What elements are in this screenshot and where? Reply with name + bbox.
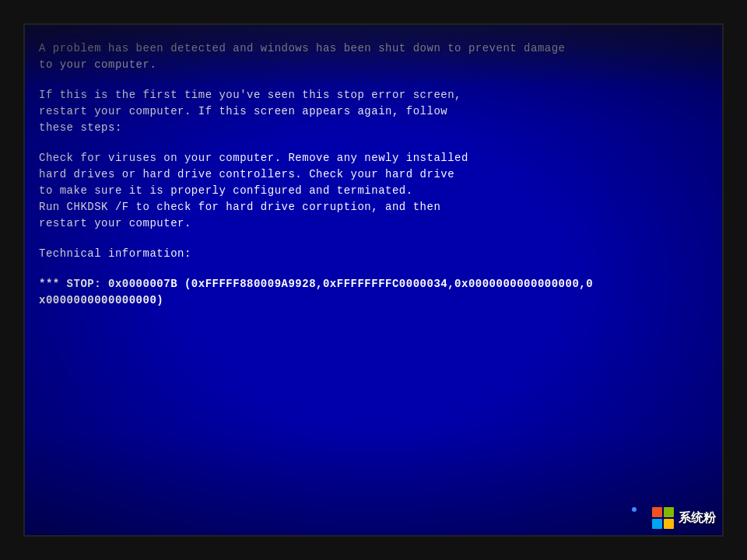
blue-dot-indicator: [632, 507, 637, 512]
bsod-screen: A problem has been detected and windows …: [25, 25, 722, 535]
logo-quadrant-1: [652, 507, 662, 517]
monitor-area: A problem has been detected and windows …: [23, 23, 724, 537]
windows-logo-icon: [652, 507, 674, 529]
watermark: 系统粉: [652, 507, 716, 529]
bsod-line-11: Technical information:: [39, 246, 708, 262]
watermark-text: 系统粉: [679, 510, 716, 527]
bsod-line-4: restart your computer. If this screen ap…: [39, 103, 708, 120]
bsod-stop-line-2: x0000000000000000): [39, 292, 708, 309]
bsod-spacer-4: [39, 262, 708, 276]
bsod-spacer-3: [39, 232, 708, 246]
outer-frame: A problem has been detected and windows …: [0, 0, 747, 560]
logo-quadrant-4: [664, 519, 674, 529]
bsod-stop-line: *** STOP: 0x0000007B (0xFFFFF880009A9928…: [39, 276, 708, 292]
top-reflection: [25, 25, 722, 87]
bsod-line-9: Run CHKDSK /F to check for hard drive co…: [39, 199, 708, 215]
bsod-line-8: to make sure it is properly configured a…: [39, 183, 708, 199]
bsod-line-7: hard drives or hard drive controllers. C…: [39, 166, 708, 183]
bsod-line-3: If this is the first time you've seen th…: [39, 87, 708, 103]
bsod-line-5: these steps:: [39, 120, 708, 136]
logo-quadrant-3: [652, 519, 662, 529]
bsod-line-10: restart your computer.: [39, 215, 708, 232]
bsod-line-6: Check for viruses on your computer. Remo…: [39, 150, 708, 166]
bsod-spacer-2: [39, 136, 708, 150]
logo-quadrant-2: [664, 507, 674, 517]
